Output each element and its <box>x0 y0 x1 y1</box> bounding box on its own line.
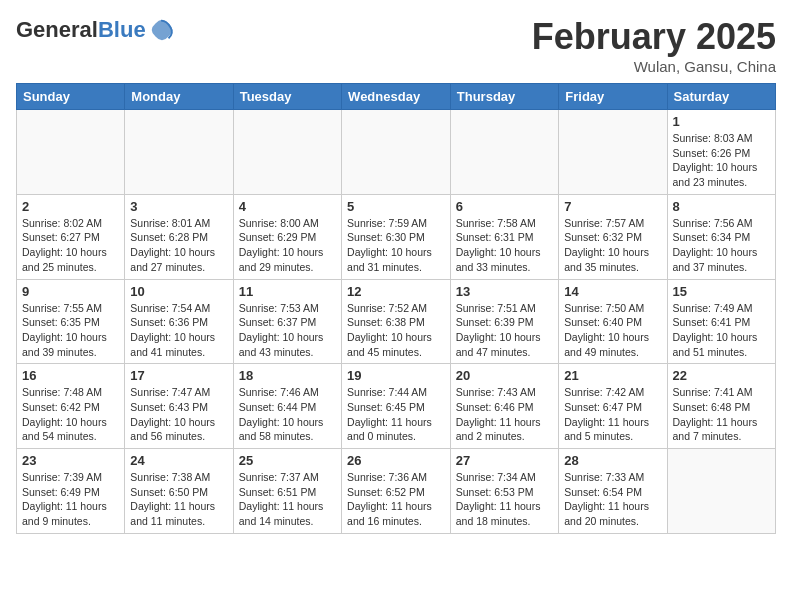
day-number: 25 <box>239 453 336 468</box>
day-info: Sunrise: 7:51 AM Sunset: 6:39 PM Dayligh… <box>456 301 553 360</box>
calendar-cell: 13Sunrise: 7:51 AM Sunset: 6:39 PM Dayli… <box>450 279 558 364</box>
calendar-week-5: 23Sunrise: 7:39 AM Sunset: 6:49 PM Dayli… <box>17 449 776 534</box>
calendar-table: SundayMondayTuesdayWednesdayThursdayFrid… <box>16 83 776 534</box>
calendar-cell: 6Sunrise: 7:58 AM Sunset: 6:31 PM Daylig… <box>450 194 558 279</box>
calendar-cell: 21Sunrise: 7:42 AM Sunset: 6:47 PM Dayli… <box>559 364 667 449</box>
calendar-cell: 16Sunrise: 7:48 AM Sunset: 6:42 PM Dayli… <box>17 364 125 449</box>
day-number: 15 <box>673 284 771 299</box>
day-number: 26 <box>347 453 445 468</box>
calendar-cell: 15Sunrise: 7:49 AM Sunset: 6:41 PM Dayli… <box>667 279 776 364</box>
calendar-cell <box>233 110 341 195</box>
calendar-cell: 14Sunrise: 7:50 AM Sunset: 6:40 PM Dayli… <box>559 279 667 364</box>
day-info: Sunrise: 7:55 AM Sunset: 6:35 PM Dayligh… <box>22 301 119 360</box>
day-info: Sunrise: 8:03 AM Sunset: 6:26 PM Dayligh… <box>673 131 771 190</box>
calendar-cell <box>559 110 667 195</box>
day-number: 11 <box>239 284 336 299</box>
day-number: 4 <box>239 199 336 214</box>
day-info: Sunrise: 7:54 AM Sunset: 6:36 PM Dayligh… <box>130 301 227 360</box>
col-header-monday: Monday <box>125 84 233 110</box>
day-number: 1 <box>673 114 771 129</box>
col-header-wednesday: Wednesday <box>342 84 451 110</box>
logo: GeneralBlue <box>16 16 176 44</box>
calendar-cell: 22Sunrise: 7:41 AM Sunset: 6:48 PM Dayli… <box>667 364 776 449</box>
day-info: Sunrise: 7:36 AM Sunset: 6:52 PM Dayligh… <box>347 470 445 529</box>
day-info: Sunrise: 7:59 AM Sunset: 6:30 PM Dayligh… <box>347 216 445 275</box>
day-number: 19 <box>347 368 445 383</box>
calendar-cell: 7Sunrise: 7:57 AM Sunset: 6:32 PM Daylig… <box>559 194 667 279</box>
col-header-sunday: Sunday <box>17 84 125 110</box>
day-info: Sunrise: 8:01 AM Sunset: 6:28 PM Dayligh… <box>130 216 227 275</box>
day-info: Sunrise: 7:46 AM Sunset: 6:44 PM Dayligh… <box>239 385 336 444</box>
calendar-week-4: 16Sunrise: 7:48 AM Sunset: 6:42 PM Dayli… <box>17 364 776 449</box>
day-number: 17 <box>130 368 227 383</box>
day-info: Sunrise: 7:56 AM Sunset: 6:34 PM Dayligh… <box>673 216 771 275</box>
day-info: Sunrise: 7:37 AM Sunset: 6:51 PM Dayligh… <box>239 470 336 529</box>
day-info: Sunrise: 8:02 AM Sunset: 6:27 PM Dayligh… <box>22 216 119 275</box>
day-number: 10 <box>130 284 227 299</box>
day-number: 12 <box>347 284 445 299</box>
title-block: February 2025 Wulan, Gansu, China <box>532 16 776 75</box>
calendar-cell <box>667 449 776 534</box>
day-info: Sunrise: 8:00 AM Sunset: 6:29 PM Dayligh… <box>239 216 336 275</box>
day-number: 21 <box>564 368 661 383</box>
day-number: 24 <box>130 453 227 468</box>
calendar-cell: 2Sunrise: 8:02 AM Sunset: 6:27 PM Daylig… <box>17 194 125 279</box>
day-number: 18 <box>239 368 336 383</box>
day-number: 20 <box>456 368 553 383</box>
day-number: 3 <box>130 199 227 214</box>
day-info: Sunrise: 7:50 AM Sunset: 6:40 PM Dayligh… <box>564 301 661 360</box>
day-number: 5 <box>347 199 445 214</box>
day-info: Sunrise: 7:57 AM Sunset: 6:32 PM Dayligh… <box>564 216 661 275</box>
page-header: GeneralBlue February 2025 Wulan, Gansu, … <box>16 16 776 75</box>
day-number: 13 <box>456 284 553 299</box>
calendar-cell: 5Sunrise: 7:59 AM Sunset: 6:30 PM Daylig… <box>342 194 451 279</box>
calendar-cell: 27Sunrise: 7:34 AM Sunset: 6:53 PM Dayli… <box>450 449 558 534</box>
day-info: Sunrise: 7:49 AM Sunset: 6:41 PM Dayligh… <box>673 301 771 360</box>
logo-general-text: General <box>16 17 98 42</box>
calendar-cell <box>125 110 233 195</box>
calendar-week-1: 1Sunrise: 8:03 AM Sunset: 6:26 PM Daylig… <box>17 110 776 195</box>
day-number: 16 <box>22 368 119 383</box>
day-info: Sunrise: 7:42 AM Sunset: 6:47 PM Dayligh… <box>564 385 661 444</box>
day-info: Sunrise: 7:39 AM Sunset: 6:49 PM Dayligh… <box>22 470 119 529</box>
day-info: Sunrise: 7:33 AM Sunset: 6:54 PM Dayligh… <box>564 470 661 529</box>
col-header-friday: Friday <box>559 84 667 110</box>
day-number: 27 <box>456 453 553 468</box>
calendar-header-row: SundayMondayTuesdayWednesdayThursdayFrid… <box>17 84 776 110</box>
calendar-week-2: 2Sunrise: 8:02 AM Sunset: 6:27 PM Daylig… <box>17 194 776 279</box>
calendar-cell: 25Sunrise: 7:37 AM Sunset: 6:51 PM Dayli… <box>233 449 341 534</box>
calendar-cell: 11Sunrise: 7:53 AM Sunset: 6:37 PM Dayli… <box>233 279 341 364</box>
day-number: 7 <box>564 199 661 214</box>
day-number: 9 <box>22 284 119 299</box>
calendar-cell <box>17 110 125 195</box>
calendar-cell: 18Sunrise: 7:46 AM Sunset: 6:44 PM Dayli… <box>233 364 341 449</box>
calendar-cell: 12Sunrise: 7:52 AM Sunset: 6:38 PM Dayli… <box>342 279 451 364</box>
calendar-cell <box>342 110 451 195</box>
day-number: 2 <box>22 199 119 214</box>
day-info: Sunrise: 7:41 AM Sunset: 6:48 PM Dayligh… <box>673 385 771 444</box>
location: Wulan, Gansu, China <box>532 58 776 75</box>
month-title: February 2025 <box>532 16 776 58</box>
calendar-cell: 19Sunrise: 7:44 AM Sunset: 6:45 PM Dayli… <box>342 364 451 449</box>
col-header-tuesday: Tuesday <box>233 84 341 110</box>
calendar-cell: 17Sunrise: 7:47 AM Sunset: 6:43 PM Dayli… <box>125 364 233 449</box>
col-header-thursday: Thursday <box>450 84 558 110</box>
calendar-cell: 3Sunrise: 8:01 AM Sunset: 6:28 PM Daylig… <box>125 194 233 279</box>
col-header-saturday: Saturday <box>667 84 776 110</box>
day-info: Sunrise: 7:53 AM Sunset: 6:37 PM Dayligh… <box>239 301 336 360</box>
calendar-cell: 8Sunrise: 7:56 AM Sunset: 6:34 PM Daylig… <box>667 194 776 279</box>
day-number: 6 <box>456 199 553 214</box>
calendar-cell: 9Sunrise: 7:55 AM Sunset: 6:35 PM Daylig… <box>17 279 125 364</box>
logo-blue-text: Blue <box>98 17 146 42</box>
day-number: 28 <box>564 453 661 468</box>
calendar-cell: 24Sunrise: 7:38 AM Sunset: 6:50 PM Dayli… <box>125 449 233 534</box>
calendar-cell: 20Sunrise: 7:43 AM Sunset: 6:46 PM Dayli… <box>450 364 558 449</box>
calendar-cell: 26Sunrise: 7:36 AM Sunset: 6:52 PM Dayli… <box>342 449 451 534</box>
day-info: Sunrise: 7:52 AM Sunset: 6:38 PM Dayligh… <box>347 301 445 360</box>
day-info: Sunrise: 7:44 AM Sunset: 6:45 PM Dayligh… <box>347 385 445 444</box>
day-info: Sunrise: 7:34 AM Sunset: 6:53 PM Dayligh… <box>456 470 553 529</box>
calendar-week-3: 9Sunrise: 7:55 AM Sunset: 6:35 PM Daylig… <box>17 279 776 364</box>
calendar-cell <box>450 110 558 195</box>
day-number: 14 <box>564 284 661 299</box>
day-info: Sunrise: 7:38 AM Sunset: 6:50 PM Dayligh… <box>130 470 227 529</box>
